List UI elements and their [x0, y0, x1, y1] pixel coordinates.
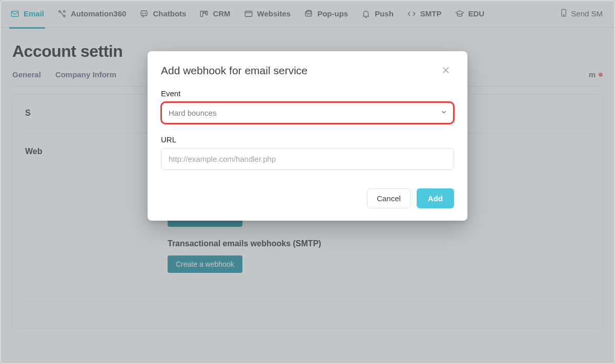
url-label: URL: [161, 135, 454, 144]
add-button[interactable]: Add: [417, 188, 454, 208]
close-button[interactable]: [438, 62, 454, 79]
add-webhook-modal: Add webhook for email service Event Hard…: [148, 51, 467, 221]
modal-body: Event Hard bounces URL: [148, 84, 467, 184]
cancel-button[interactable]: Cancel: [367, 188, 411, 208]
event-select-value: Hard bounces: [161, 102, 454, 123]
event-select[interactable]: Hard bounces: [161, 102, 454, 124]
url-group: URL: [161, 135, 454, 170]
modal-title: Add webhook for email service: [161, 65, 308, 77]
modal-footer: Cancel Add: [148, 184, 467, 221]
event-label: Event: [161, 89, 454, 98]
url-input[interactable]: [161, 148, 454, 170]
modal-header: Add webhook for email service: [148, 51, 467, 84]
close-icon: [441, 66, 450, 76]
event-group: Event Hard bounces: [161, 89, 454, 124]
